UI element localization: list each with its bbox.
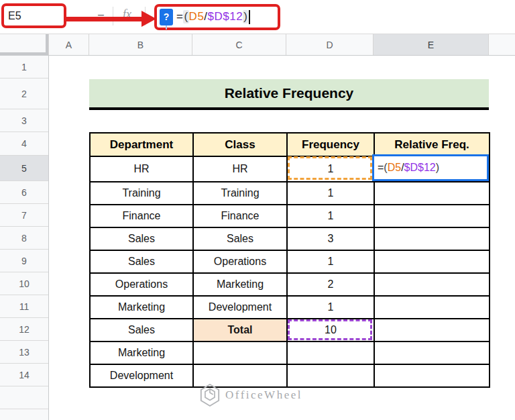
formula-token-ref-d12: $D$12 [208,10,243,23]
row-header-10[interactable]: 10 [0,272,48,295]
formula-token-equals: = [176,10,183,23]
table-row: Sales Operations 1 [90,250,490,273]
row-header-13[interactable]: 13 [0,341,48,364]
cell-e7[interactable] [374,205,490,227]
cell-d11[interactable]: 1 [287,296,374,319]
cell-c7[interactable]: Finance [193,205,287,227]
table-header-department[interactable]: Department [90,133,193,156]
cell-b14[interactable]: Development [90,364,193,387]
column-header-strip: A B C D E [0,34,515,56]
table-header-relative-freq[interactable]: Relative Freq. [374,133,490,156]
column-header-f-partial[interactable] [489,34,515,55]
row-header-1[interactable]: 1 [0,56,48,78]
column-header-a[interactable]: A [49,34,89,55]
name-box[interactable]: E5 [8,7,60,25]
cell-c8[interactable]: Sales [193,227,287,250]
formula-token-ref-d5: D5 [189,10,205,23]
cell-e14[interactable] [374,364,490,387]
cell-b11[interactable]: Marketing [90,296,193,319]
cell-c10[interactable]: Marketing [193,273,287,296]
cell-b12[interactable]: Sales [90,319,193,342]
cell-d9[interactable]: 1 [287,250,374,273]
toolbar-divider [113,7,113,25]
row-header-5[interactable]: 5 [0,156,48,181]
cell-total-value[interactable]: 10 [287,319,374,342]
text-cursor [249,10,250,24]
cell-total-label[interactable]: Total [193,319,287,342]
annotation-arrow-head [141,11,156,27]
cell-d10[interactable]: 2 [287,273,374,296]
cell-c6[interactable]: Training [193,182,287,205]
officewheel-logo-icon [199,383,221,407]
cell-e9[interactable] [374,250,490,273]
column-header-d[interactable]: D [286,34,374,55]
cell-formula-close-paren: ) [436,162,439,174]
cell-d6[interactable]: 1 [287,182,374,205]
cell-c13[interactable] [193,342,287,364]
cell-e11[interactable] [374,296,490,319]
active-cell-editor-e5[interactable]: = ( D5 / $D$12 ) [372,154,489,181]
name-box-value: E5 [8,10,21,22]
cell-d7[interactable]: 1 [287,205,374,227]
table-header-class[interactable]: Class [193,133,287,156]
table-row: Marketing Development 1 [90,296,490,319]
cell-c9[interactable]: Operations [193,250,287,273]
cell-b9[interactable]: Sales [90,250,193,273]
cell-c11[interactable]: Development [193,296,287,319]
help-icon[interactable]: ? [160,9,173,25]
cell-b7[interactable]: Finance [90,205,193,227]
cell-b10[interactable]: Operations [90,273,193,296]
table-row: Finance Finance 1 [90,205,490,227]
formula-toolbar: E5 – fx ? = ( D5 / $D$12 ) [0,0,515,34]
column-header-c[interactable]: C [192,34,286,55]
row-header-strip: 1 2 3 4 5 6 7 8 9 10 11 12 13 14 [0,56,49,420]
cell-formula-equals: = [378,162,384,174]
sheet-title-cell[interactable]: Relative Frequency [89,79,489,110]
cell-e6[interactable] [374,182,490,205]
table-header-frequency[interactable]: Frequency [287,133,374,156]
table-row: Training Training 1 [90,182,490,205]
cell-formula-ref-d12: $D$12 [404,162,436,174]
formula-token-close-paren: ) [243,10,248,23]
cell-d5[interactable]: 1 [287,156,374,182]
watermark-text: OfficeWheel [225,388,302,402]
cell-formula-ref-d5: D5 [388,162,401,174]
cell-e13[interactable] [374,342,490,364]
cell-e8[interactable] [374,227,490,250]
table-row: Sales Total 10 [90,319,490,342]
table-header-row: Department Class Frequency Relative Freq… [90,133,490,156]
formula-token-open-paren: ( [183,10,188,23]
watermark: OfficeWheel [199,383,302,407]
table-row: Marketing [90,342,490,364]
row-header-6[interactable]: 6 [0,181,48,204]
row-header-12[interactable]: 12 [0,318,48,341]
formula-input[interactable]: ? = ( D5 / $D$12 ) [160,6,250,28]
cell-c5[interactable]: HR [193,156,287,182]
cell-e12[interactable] [374,319,490,342]
sheet-title: Relative Frequency [225,85,354,101]
cell-b8[interactable]: Sales [90,227,193,250]
cell-d13[interactable] [287,342,374,364]
row-header-14[interactable]: 14 [0,364,48,386]
row-header-3[interactable]: 3 [0,109,48,132]
row-header-11[interactable]: 11 [0,295,48,318]
row-header-15-partial[interactable] [0,386,48,409]
cell-e10[interactable] [374,273,490,296]
cell-b5[interactable]: HR [90,156,193,182]
select-all-corner[interactable] [0,34,49,55]
cell-b13[interactable]: Marketing [90,342,193,364]
cell-b6[interactable]: Training [90,182,193,205]
row-header-8[interactable]: 8 [0,227,48,250]
column-header-e[interactable]: E [374,34,489,55]
table-row: Sales Sales 3 [90,227,490,250]
cell-d8[interactable]: 3 [287,227,374,250]
row-header-2[interactable]: 2 [0,78,48,109]
row-header-9[interactable]: 9 [0,250,48,272]
table-row: Operations Marketing 2 [90,273,490,296]
row-header-4[interactable]: 4 [0,132,48,156]
row-header-7[interactable]: 7 [0,204,48,227]
annotation-arrow-shaft [64,17,143,21]
column-header-b[interactable]: B [89,34,192,55]
